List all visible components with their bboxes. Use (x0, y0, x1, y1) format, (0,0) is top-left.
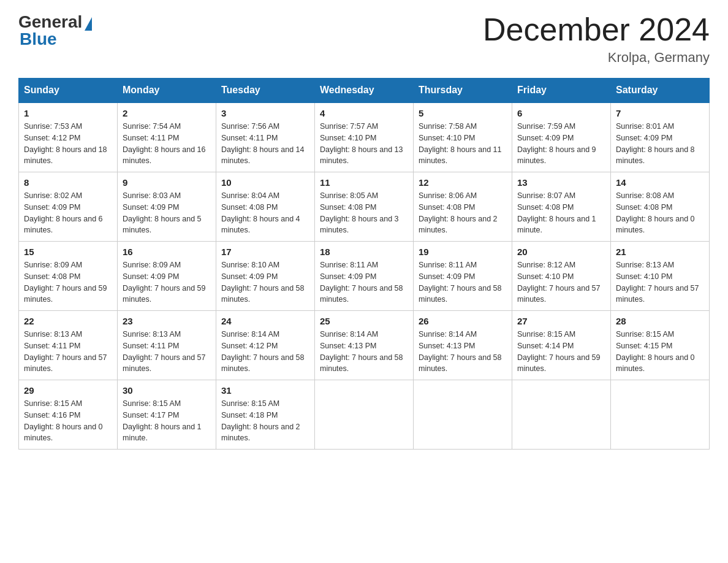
day-info: Sunrise: 7:58 AMSunset: 4:10 PMDaylight:… (419, 121, 507, 167)
day-number: 20 (517, 247, 605, 257)
day-number: 10 (221, 177, 309, 188)
day-number: 7 (616, 108, 704, 118)
day-number: 13 (517, 177, 605, 188)
day-info: Sunrise: 8:15 AMSunset: 4:15 PMDaylight:… (616, 329, 704, 375)
calendar-cell: 22 Sunrise: 8:13 AMSunset: 4:11 PMDaylig… (19, 311, 118, 380)
calendar-cell: 27 Sunrise: 8:15 AMSunset: 4:14 PMDaylig… (512, 311, 611, 380)
calendar-cell: 21 Sunrise: 8:13 AMSunset: 4:10 PMDaylig… (611, 242, 710, 311)
day-info: Sunrise: 8:15 AMSunset: 4:18 PMDaylight:… (221, 398, 309, 444)
day-info: Sunrise: 8:15 AMSunset: 4:17 PMDaylight:… (123, 398, 211, 444)
day-number: 27 (517, 316, 605, 326)
calendar-cell: 3 Sunrise: 7:56 AMSunset: 4:11 PMDayligh… (216, 102, 315, 172)
day-header-tuesday: Tuesday (216, 79, 315, 103)
calendar-cell: 19 Sunrise: 8:11 AMSunset: 4:09 PMDaylig… (414, 242, 512, 311)
calendar-cell: 7 Sunrise: 8:01 AMSunset: 4:09 PMDayligh… (611, 102, 710, 172)
calendar-cell: 10 Sunrise: 8:04 AMSunset: 4:08 PMDaylig… (216, 172, 315, 242)
day-info: Sunrise: 8:13 AMSunset: 4:10 PMDaylight:… (616, 259, 704, 305)
day-header-sunday: Sunday (19, 79, 118, 103)
calendar-cell: 30 Sunrise: 8:15 AMSunset: 4:17 PMDaylig… (118, 380, 216, 450)
day-info: Sunrise: 7:53 AMSunset: 4:12 PMDaylight:… (24, 121, 112, 167)
day-header-friday: Friday (512, 79, 611, 103)
calendar-cell: 20 Sunrise: 8:12 AMSunset: 4:10 PMDaylig… (512, 242, 611, 311)
day-info: Sunrise: 8:12 AMSunset: 4:10 PMDaylight:… (517, 259, 605, 305)
day-number: 15 (24, 247, 112, 257)
day-number: 9 (123, 177, 211, 188)
day-info: Sunrise: 8:15 AMSunset: 4:16 PMDaylight:… (24, 398, 112, 444)
day-number: 3 (221, 108, 309, 118)
calendar-cell: 18 Sunrise: 8:11 AMSunset: 4:09 PMDaylig… (315, 242, 414, 311)
day-info: Sunrise: 8:05 AMSunset: 4:08 PMDaylight:… (320, 190, 408, 236)
day-number: 28 (616, 316, 704, 326)
title-section: December 2024 Krolpa, Germany (483, 12, 710, 66)
day-header-saturday: Saturday (611, 79, 710, 103)
day-header-wednesday: Wednesday (315, 79, 414, 103)
calendar-cell: 15 Sunrise: 8:09 AMSunset: 4:08 PMDaylig… (19, 242, 118, 311)
calendar-cell: 13 Sunrise: 8:07 AMSunset: 4:08 PMDaylig… (512, 172, 611, 242)
day-number: 23 (123, 316, 211, 326)
page-header: General Blue December 2024 Krolpa, Germa… (18, 12, 710, 66)
calendar-cell: 11 Sunrise: 8:05 AMSunset: 4:08 PMDaylig… (315, 172, 414, 242)
calendar-week-row: 29 Sunrise: 8:15 AMSunset: 4:16 PMDaylig… (19, 380, 710, 450)
day-number: 8 (24, 177, 112, 188)
day-number: 30 (123, 385, 211, 396)
day-number: 5 (419, 108, 507, 118)
day-info: Sunrise: 7:57 AMSunset: 4:10 PMDaylight:… (320, 121, 408, 167)
calendar-cell: 8 Sunrise: 8:02 AMSunset: 4:09 PMDayligh… (19, 172, 118, 242)
day-info: Sunrise: 8:09 AMSunset: 4:09 PMDaylight:… (123, 259, 211, 305)
calendar-cell: 6 Sunrise: 7:59 AMSunset: 4:09 PMDayligh… (512, 102, 611, 172)
day-number: 12 (419, 177, 507, 188)
day-info: Sunrise: 8:14 AMSunset: 4:13 PMDaylight:… (320, 329, 408, 375)
calendar-cell: 31 Sunrise: 8:15 AMSunset: 4:18 PMDaylig… (216, 380, 315, 450)
calendar-cell (512, 380, 611, 450)
day-number: 25 (320, 316, 408, 326)
day-info: Sunrise: 8:08 AMSunset: 4:08 PMDaylight:… (616, 190, 704, 236)
calendar-table: SundayMondayTuesdayWednesdayThursdayFrid… (18, 78, 710, 450)
calendar-cell: 28 Sunrise: 8:15 AMSunset: 4:15 PMDaylig… (611, 311, 710, 380)
day-info: Sunrise: 8:04 AMSunset: 4:08 PMDaylight:… (221, 190, 309, 236)
day-info: Sunrise: 8:10 AMSunset: 4:09 PMDaylight:… (221, 259, 309, 305)
day-info: Sunrise: 8:13 AMSunset: 4:11 PMDaylight:… (123, 329, 211, 375)
calendar-header-row: SundayMondayTuesdayWednesdayThursdayFrid… (19, 79, 710, 103)
calendar-cell (315, 380, 414, 450)
day-number: 19 (419, 247, 507, 257)
calendar-cell: 12 Sunrise: 8:06 AMSunset: 4:08 PMDaylig… (414, 172, 512, 242)
day-header-thursday: Thursday (414, 79, 512, 103)
calendar-cell: 2 Sunrise: 7:54 AMSunset: 4:11 PMDayligh… (118, 102, 216, 172)
logo-triangle-icon (85, 17, 92, 31)
day-info: Sunrise: 8:07 AMSunset: 4:08 PMDaylight:… (517, 190, 605, 236)
day-number: 22 (24, 316, 112, 326)
calendar-cell: 1 Sunrise: 7:53 AMSunset: 4:12 PMDayligh… (19, 102, 118, 172)
day-number: 1 (24, 108, 112, 118)
day-info: Sunrise: 8:13 AMSunset: 4:11 PMDaylight:… (24, 329, 112, 375)
day-number: 11 (320, 177, 408, 188)
calendar-cell: 9 Sunrise: 8:03 AMSunset: 4:09 PMDayligh… (118, 172, 216, 242)
day-number: 29 (24, 385, 112, 396)
calendar-cell: 25 Sunrise: 8:14 AMSunset: 4:13 PMDaylig… (315, 311, 414, 380)
day-info: Sunrise: 8:14 AMSunset: 4:12 PMDaylight:… (221, 329, 309, 375)
calendar-week-row: 8 Sunrise: 8:02 AMSunset: 4:09 PMDayligh… (19, 172, 710, 242)
month-title: December 2024 (483, 12, 710, 47)
logo-blue-text: Blue (20, 29, 57, 48)
calendar-cell: 26 Sunrise: 8:14 AMSunset: 4:13 PMDaylig… (414, 311, 512, 380)
day-number: 16 (123, 247, 211, 257)
day-number: 24 (221, 316, 309, 326)
day-info: Sunrise: 8:02 AMSunset: 4:09 PMDaylight:… (24, 190, 112, 236)
day-info: Sunrise: 8:03 AMSunset: 4:09 PMDaylight:… (123, 190, 211, 236)
logo: General Blue (18, 12, 93, 49)
day-number: 26 (419, 316, 507, 326)
calendar-cell: 23 Sunrise: 8:13 AMSunset: 4:11 PMDaylig… (118, 311, 216, 380)
day-number: 31 (221, 385, 309, 396)
day-info: Sunrise: 8:11 AMSunset: 4:09 PMDaylight:… (320, 259, 408, 305)
calendar-week-row: 15 Sunrise: 8:09 AMSunset: 4:08 PMDaylig… (19, 242, 710, 311)
day-number: 21 (616, 247, 704, 257)
day-number: 6 (517, 108, 605, 118)
day-info: Sunrise: 8:09 AMSunset: 4:08 PMDaylight:… (24, 259, 112, 305)
day-info: Sunrise: 8:01 AMSunset: 4:09 PMDaylight:… (616, 121, 704, 167)
day-info: Sunrise: 8:11 AMSunset: 4:09 PMDaylight:… (419, 259, 507, 305)
day-info: Sunrise: 7:59 AMSunset: 4:09 PMDaylight:… (517, 121, 605, 167)
calendar-week-row: 22 Sunrise: 8:13 AMSunset: 4:11 PMDaylig… (19, 311, 710, 380)
day-number: 14 (616, 177, 704, 188)
calendar-cell: 4 Sunrise: 7:57 AMSunset: 4:10 PMDayligh… (315, 102, 414, 172)
day-number: 4 (320, 108, 408, 118)
day-number: 2 (123, 108, 211, 118)
